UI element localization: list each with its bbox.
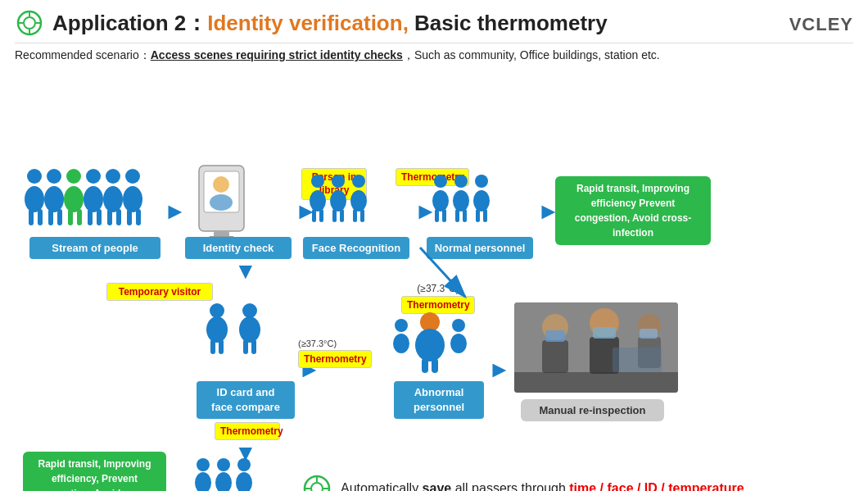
- svg-rect-59: [483, 209, 487, 222]
- manual-reinspection-label: Manual re-inspection: [521, 399, 664, 421]
- svg-rect-26: [107, 209, 112, 225]
- svg-point-6: [27, 169, 42, 184]
- svg-point-38: [332, 175, 345, 188]
- svg-rect-24: [88, 209, 93, 225]
- svg-rect-57: [463, 209, 467, 222]
- svg-rect-28: [127, 209, 132, 225]
- normal-people-bottom-icon: [191, 455, 264, 491]
- svg-rect-47: [360, 209, 364, 222]
- svg-rect-20: [48, 209, 53, 225]
- id-compare-label: ID card and face compare: [197, 381, 295, 419]
- svg-point-65: [239, 316, 260, 343]
- svg-point-13: [84, 186, 103, 212]
- svg-rect-81: [545, 330, 565, 342]
- svg-point-9: [44, 186, 64, 212]
- temp-visitor-label: Temporary visitor: [106, 283, 213, 301]
- svg-rect-44: [332, 209, 337, 222]
- svg-rect-84: [593, 327, 616, 339]
- svg-rect-54: [435, 209, 439, 222]
- svg-point-94: [237, 458, 251, 471]
- thermometry-label-3: Thermometry: [215, 422, 280, 440]
- svg-rect-68: [243, 339, 248, 354]
- svg-line-61: [420, 248, 465, 297]
- svg-point-11: [64, 186, 84, 212]
- green-result-top: Rapid transit, Improving efficiency Prev…: [555, 176, 711, 245]
- diagram: Stream of people ► Identity check: [15, 71, 853, 473]
- bottom-save-text: Automatically save all passers through t…: [341, 481, 744, 491]
- svg-point-16: [125, 169, 140, 184]
- svg-rect-58: [476, 209, 480, 222]
- svg-point-103: [311, 483, 323, 491]
- basic-text: Basic thermometry: [409, 11, 608, 35]
- svg-rect-87: [640, 329, 658, 339]
- svg-point-40: [352, 175, 365, 188]
- svg-rect-25: [97, 209, 102, 225]
- svg-rect-73: [432, 358, 438, 373]
- svg-point-48: [434, 175, 447, 188]
- svg-point-91: [195, 472, 211, 491]
- svg-rect-18: [29, 209, 34, 225]
- app-icon: [15, 8, 44, 38]
- svg-rect-22: [68, 209, 73, 225]
- svg-point-52: [475, 175, 488, 188]
- svg-point-1: [24, 17, 35, 29]
- svg-rect-43: [319, 209, 323, 222]
- stream-label: Stream of people: [29, 237, 160, 259]
- svg-rect-80: [542, 340, 568, 373]
- svg-point-8: [47, 169, 61, 184]
- id-compare-people-icon: [197, 301, 270, 366]
- svg-point-51: [453, 190, 469, 211]
- svg-rect-55: [442, 209, 446, 222]
- svg-point-7: [25, 186, 44, 212]
- green-result-bottom: Rapid transit, Improving efficiency, Pre…: [23, 452, 166, 491]
- svg-rect-45: [340, 209, 344, 222]
- identity-check-label: Identity check: [185, 237, 292, 259]
- svg-point-17: [123, 186, 142, 212]
- arrow-1: ►: [164, 198, 187, 225]
- normal-people-icon: [428, 170, 502, 234]
- logo: VCLEY: [789, 10, 853, 36]
- svg-rect-19: [38, 209, 43, 225]
- svg-point-93: [215, 472, 232, 491]
- svg-point-74: [395, 319, 408, 332]
- header: Application 2：Identity verification, Bas…: [15, 8, 853, 43]
- svg-rect-72: [422, 358, 428, 373]
- bottom-save-text-area: Automatically save all passers through t…: [301, 473, 744, 491]
- svg-point-49: [432, 190, 449, 211]
- temp-thresh-label: (≥37.3°C): [298, 339, 337, 348]
- svg-rect-29: [136, 209, 141, 225]
- svg-point-95: [236, 472, 252, 491]
- svg-point-71: [415, 329, 445, 361]
- svg-rect-67: [219, 339, 224, 354]
- svg-point-75: [393, 334, 409, 353]
- svg-point-12: [86, 169, 101, 184]
- arrow-down-1: ▼: [234, 258, 257, 284]
- svg-point-64: [242, 303, 257, 318]
- svg-point-10: [66, 169, 81, 184]
- page: Application 2：Identity verification, Bas…: [0, 0, 868, 491]
- svg-point-63: [206, 316, 228, 343]
- arrow-6: ►: [488, 357, 511, 383]
- svg-rect-66: [210, 339, 215, 354]
- abnormal-people-icon: [393, 311, 467, 380]
- svg-point-32: [213, 176, 229, 193]
- face-recognition-label: Face Recognition: [303, 237, 409, 259]
- svg-rect-27: [116, 209, 121, 225]
- svg-point-92: [217, 458, 230, 471]
- svg-rect-46: [353, 209, 357, 222]
- svg-rect-23: [77, 209, 82, 225]
- svg-point-90: [197, 458, 210, 471]
- scope-icon: [301, 473, 332, 491]
- identity-text: Identity verification,: [207, 11, 409, 35]
- app-number: Application 2：: [52, 11, 207, 35]
- face-recog-people-icon: [305, 170, 379, 234]
- arrow-left-1: ►: [166, 486, 189, 491]
- svg-rect-69: [251, 339, 256, 354]
- svg-point-76: [452, 319, 465, 332]
- svg-rect-42: [312, 209, 316, 222]
- abnormal-label: Abnormal personnel: [394, 381, 484, 419]
- svg-point-50: [454, 175, 468, 188]
- scenario-text: Recommended scenario：Access scenes requi…: [15, 48, 853, 63]
- svg-point-14: [106, 169, 120, 184]
- svg-rect-88: [514, 372, 678, 393]
